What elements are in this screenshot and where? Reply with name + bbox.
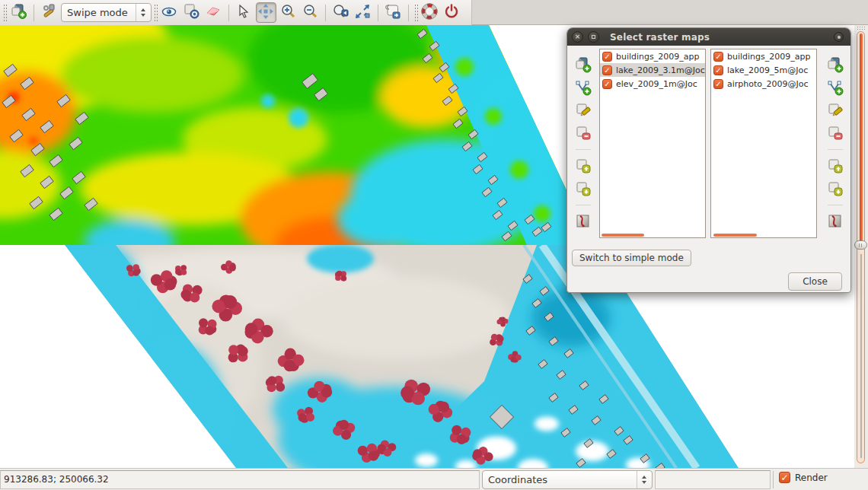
toolbar-separator [828,149,843,150]
save-display-button[interactable] [383,2,404,23]
add-map-layers-button[interactable] [8,2,29,23]
move-layer-up-button[interactable] [575,158,592,174]
mode-combobox-value: Swipe mode [67,7,128,18]
list-item[interactable]: ✓ buildings_2009_app [711,49,816,63]
raster-list-bottom[interactable]: ✓ buildings_2009_app ✓ lake_2009_5m@Joc … [710,49,817,238]
combobox-spinner-icon [136,4,145,21]
pan-icon [257,3,274,23]
list-item[interactable]: ✓ lake_2009_3.1m@Joc [600,63,705,77]
zoom-in-button[interactable] [278,2,298,23]
help-lifebuoy-icon [421,3,438,23]
right-layer-toolbar [825,56,845,230]
mode-combobox[interactable]: Swipe mode [61,3,152,22]
raster-list-top[interactable]: ✓ buildings_2009_app ✓ lake_2009_3.1m@Jo… [599,49,706,238]
zoom-extent-button[interactable] [353,2,373,23]
list-item-label: buildings_2009_app [616,52,700,62]
toolbar-panel: Swipe mode [0,0,472,25]
checkbox-checked-icon[interactable]: ✓ [602,65,612,75]
eye-icon [161,5,177,21]
move-layer-down-button[interactable] [827,180,844,197]
main-toolbar: Swipe mode [0,0,868,25]
toolbar-separator [325,5,326,21]
maximize-window-icon[interactable] [588,31,599,43]
combobox-spinner-icon [637,471,646,488]
remove-layer-button[interactable] [827,125,844,142]
add-layers-icon [11,3,27,22]
move-layer-up-button[interactable] [827,158,844,174]
toolbar-drag-handle[interactable] [2,3,7,23]
checkbox-checked-icon[interactable]: ✓ [713,79,723,89]
zoom-extent-icon [354,3,371,23]
edit-layer-button[interactable] [827,102,844,119]
help-button[interactable] [420,2,440,23]
dialog-titlebar[interactable]: × Select raster maps [567,28,850,46]
statusbar-mode-combobox[interactable]: Coordinates [482,470,653,489]
quit-button[interactable] [442,2,462,23]
dialog-body: ✓ buildings_2009_app ✓ lake_2009_3.1m@Jo… [567,46,850,293]
render-label: Render [795,473,828,483]
add-vector-layer-button[interactable] [575,79,592,96]
list-item[interactable]: ✓ lake_2009_5m@Joc [711,63,816,77]
progress-area [655,470,771,489]
horizontal-scrollbar[interactable] [602,234,644,237]
pointer-button[interactable] [234,2,254,23]
toolbar-separator [408,5,409,21]
previous-zoom-button[interactable] [330,2,351,23]
swipe-slider-handle[interactable] [854,240,867,250]
render-map-button[interactable] [181,2,202,23]
move-layer-down-button[interactable] [575,180,592,197]
flip-layers-button[interactable] [827,213,844,230]
add-raster-layer-button[interactable] [827,56,844,73]
select-raster-maps-dialog: × Select raster maps [566,27,851,293]
swipe-slider-fill [860,33,863,247]
close-window-icon[interactable]: × [572,31,583,43]
list-item[interactable]: ✓ airphoto_2009@Joc [711,77,816,91]
list-item-label: lake_2009_3.1m@Joc [616,65,705,75]
toolbar-separator [576,205,591,205]
eraser-icon [205,5,222,21]
zoom-out-icon [302,3,318,22]
list-item[interactable]: ✓ buildings_2009_app [600,49,705,63]
swipe-slider-rail [860,254,862,458]
checkbox-checked-icon[interactable]: ✓ [713,52,723,62]
list-item[interactable]: ✓ elev_2009_1m@Joc [600,77,705,91]
toolbar-drag-handle[interactable] [153,3,158,23]
toolbar-separator [34,5,34,21]
display-map-button[interactable] [159,2,180,23]
window-menu-icon[interactable] [834,32,844,42]
left-layer-toolbar [573,56,593,230]
flip-layers-button[interactable] [575,213,592,230]
toolbar-separator [228,5,229,21]
switch-mode-button[interactable]: Switch to simple mode [572,250,691,266]
checkbox-checked-icon[interactable]: ✓ [602,52,612,62]
toolbar-separator [828,205,843,205]
swipe-slider[interactable] [854,25,868,468]
list-item-label: elev_2009_1m@Joc [616,79,697,89]
add-vector-layer-button[interactable] [827,79,844,96]
edit-layer-button[interactable] [575,102,592,119]
list-item-label: buildings_2009_app [727,52,811,62]
slider-drag-handle[interactable] [857,26,866,30]
dialog-title: Select raster maps [610,32,710,43]
render-checkbox-checked-icon[interactable]: ✓ [779,472,790,483]
render-map-icon [183,3,199,22]
horizontal-scrollbar[interactable] [713,234,757,237]
statusbar: 913286.83; 250066.32 Coordinates ✓ Rende… [0,468,868,490]
zoom-in-icon [280,3,296,22]
checkbox-checked-icon[interactable]: ✓ [713,65,723,75]
list-item-label: airphoto_2009@Joc [727,79,809,89]
pointer-icon [236,4,251,22]
zoom-out-button[interactable] [300,2,321,23]
checkbox-checked-icon[interactable]: ✓ [602,79,612,89]
erase-display-button[interactable] [203,2,224,23]
close-button[interactable]: Close [788,272,842,291]
pan-button[interactable] [256,2,276,23]
remove-layer-button[interactable] [575,125,592,142]
zoom-back-icon [332,3,349,22]
render-toggle[interactable]: ✓ Render [779,472,828,483]
list-item-label: lake_2009_5m@Joc [727,65,808,75]
toolbar-drag-handle[interactable] [413,3,418,23]
settings-button[interactable] [39,2,59,23]
add-raster-layer-button[interactable] [575,56,592,73]
toolbar-separator [378,5,378,21]
